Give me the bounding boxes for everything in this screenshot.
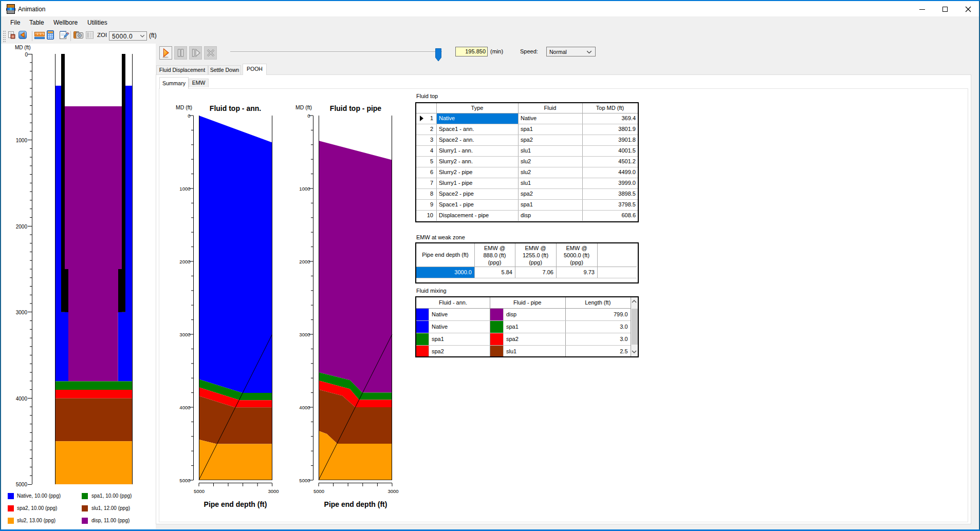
svg-text:Fluid top - ann.: Fluid top - ann.	[210, 104, 261, 112]
svg-text:MD (ft): MD (ft)	[15, 45, 31, 50]
svg-text:2000: 2000	[16, 224, 28, 230]
svg-text:Pipe end depth (ft): Pipe end depth (ft)	[204, 500, 267, 508]
svg-text:4000: 4000	[16, 396, 28, 402]
svg-text:4000: 4000	[179, 405, 190, 410]
svg-text:MD (ft): MD (ft)	[176, 104, 192, 110]
svg-text:5000: 5000	[299, 478, 310, 483]
svg-text:Pipe end depth (ft): Pipe end depth (ft)	[324, 500, 387, 508]
svg-text:Fluid top - pipe: Fluid top - pipe	[330, 104, 382, 112]
svg-text:1000: 1000	[299, 186, 310, 192]
svg-text:5000: 5000	[16, 482, 28, 487]
svg-text:0: 0	[25, 52, 28, 58]
svg-text:4000: 4000	[299, 405, 310, 410]
svg-text:3000: 3000	[299, 332, 310, 337]
svg-text:3000: 3000	[387, 488, 398, 494]
svg-text:0: 0	[188, 113, 190, 119]
svg-text:3000: 3000	[16, 310, 28, 315]
svg-text:1000: 1000	[179, 186, 190, 192]
svg-text:1000: 1000	[16, 138, 28, 143]
svg-text:MD (ft): MD (ft)	[295, 104, 312, 110]
svg-text:5000: 5000	[313, 488, 324, 494]
svg-text:5000: 5000	[179, 478, 190, 483]
svg-text:2000: 2000	[299, 259, 310, 264]
svg-text:2000: 2000	[179, 259, 190, 264]
svg-text:3000: 3000	[268, 488, 279, 494]
svg-text:3000: 3000	[179, 332, 190, 337]
svg-text:5000: 5000	[194, 488, 205, 494]
svg-text:0: 0	[307, 113, 310, 119]
